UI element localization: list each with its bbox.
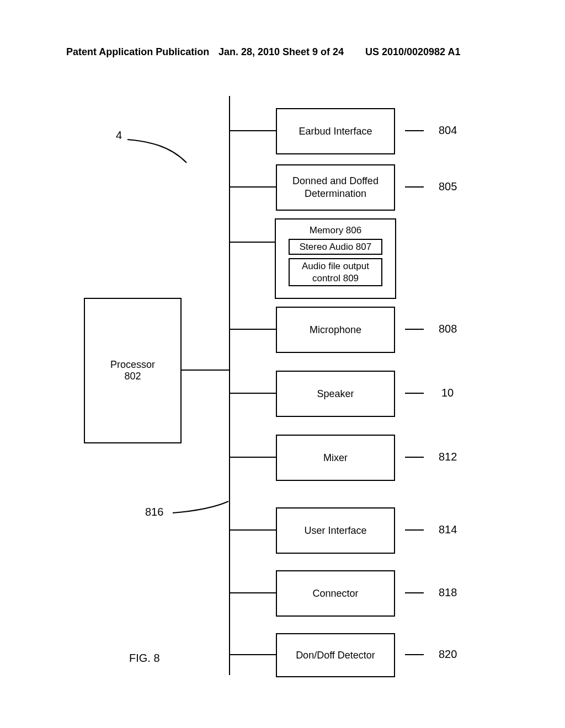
detector-ref: 820 <box>439 648 457 661</box>
user-interface-label: User Interface <box>304 525 366 537</box>
earbud-ref-tick <box>405 130 424 131</box>
mixer-connector <box>230 457 276 458</box>
detector-connector <box>230 654 276 655</box>
donned-connector <box>230 186 276 188</box>
detector-block: Don/Doff Detector <box>276 633 395 677</box>
memory-inner-stereo: Stereo Audio 807 <box>289 239 382 255</box>
connector-label: Connector <box>312 588 358 599</box>
connector-ref: 818 <box>439 586 457 599</box>
fig-ref-4-lead <box>126 138 198 171</box>
header-mid: Jan. 28, 2010 Sheet 9 of 24 <box>218 46 344 58</box>
bus-ref-816-lead <box>171 500 232 522</box>
mixer-ref: 812 <box>439 451 457 463</box>
connector-ref-tick <box>405 592 424 593</box>
memory-inner-wrap: Memory 806 Stereo Audio 807 Audio file o… <box>276 223 395 288</box>
speaker-ref-tick <box>405 393 424 394</box>
speaker-label: Speaker <box>317 388 354 400</box>
earbud-ref: 804 <box>439 124 457 137</box>
donned-ref-tick <box>405 186 424 188</box>
mixer-ref-tick <box>405 457 424 458</box>
donned-ref: 805 <box>439 180 457 193</box>
ui-ref: 814 <box>439 523 457 536</box>
donned-label: Donned and Doffed Determination <box>292 175 379 201</box>
microphone-connector <box>230 329 276 330</box>
speaker-connector <box>230 393 276 394</box>
earbud-interface-block: Earbud Interface <box>276 108 395 154</box>
header-left: Patent Application Publication <box>66 46 209 58</box>
page: Patent Application Publication Jan. 28, … <box>0 0 565 728</box>
user-interface-block: User Interface <box>276 507 395 554</box>
memory-connector <box>230 242 275 243</box>
microphone-label: Microphone <box>310 324 361 336</box>
memory-label: Memory 806 <box>310 225 361 236</box>
speaker-block: Speaker <box>276 371 395 417</box>
connector-connector <box>230 592 276 593</box>
processor-connector <box>180 370 229 371</box>
microphone-ref-tick <box>405 329 424 330</box>
earbud-label: Earbud Interface <box>299 126 372 137</box>
processor-label: Processor <box>110 359 155 371</box>
speaker-ref: 10 <box>441 387 454 399</box>
ui-connector <box>230 529 276 531</box>
fig-ref-4: 4 <box>116 129 122 142</box>
mixer-block: Mixer <box>276 435 395 481</box>
processor-num: 802 <box>124 371 141 382</box>
bus-ref-816: 816 <box>145 506 163 518</box>
connector-block: Connector <box>276 570 395 617</box>
donned-block: Donned and Doffed Determination <box>276 164 395 211</box>
memory-inner-audio-output: Audio file output control 809 <box>289 258 382 286</box>
ui-ref-tick <box>405 529 424 531</box>
bus-line <box>229 96 230 675</box>
figure-caption: FIG. 8 <box>129 652 160 665</box>
memory-block: Memory 806 Stereo Audio 807 Audio file o… <box>275 218 396 299</box>
microphone-block: Microphone <box>276 307 395 353</box>
processor-block: Processor 802 <box>84 298 182 443</box>
microphone-ref: 808 <box>439 323 457 335</box>
mixer-label: Mixer <box>323 452 348 464</box>
detector-label: Don/Doff Detector <box>296 650 375 661</box>
detector-ref-tick <box>405 654 424 655</box>
header-right: US 2010/0020982 A1 <box>365 46 460 58</box>
earbud-connector <box>230 130 276 131</box>
